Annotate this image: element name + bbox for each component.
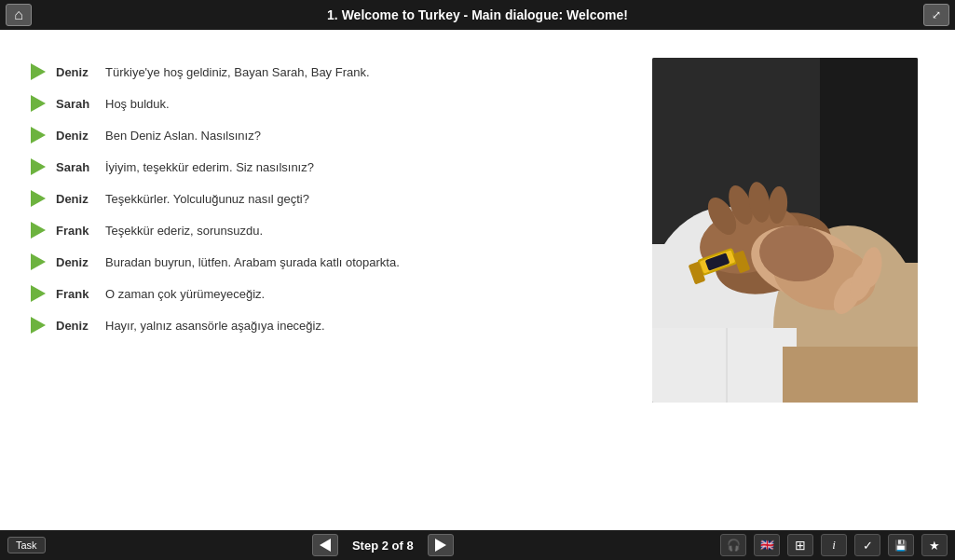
dialogue-row: FrankTeşekkür ederiz, sorunsuzdu. xyxy=(28,216,634,244)
speaker-name: Deniz xyxy=(56,255,98,269)
dialogue-text: Hoş bulduk. xyxy=(105,97,170,111)
dialogue-text: Teşekkürler. Yolculuğunuz nasıl geçti? xyxy=(105,192,309,206)
speaker-name: Deniz xyxy=(56,319,98,333)
play-button-0[interactable] xyxy=(28,61,48,82)
play-icon xyxy=(31,158,46,175)
handshake-image xyxy=(652,58,918,403)
play-icon xyxy=(31,317,46,334)
dialogue-text: İyiyim, teşekkür ederim. Siz nasılsınız? xyxy=(105,160,314,174)
step-indicator: Step 2 of 8 xyxy=(352,539,414,553)
previous-button[interactable] xyxy=(312,534,338,556)
flag-icon xyxy=(760,539,774,552)
speaker-name: Sarah xyxy=(56,160,98,174)
save-button[interactable] xyxy=(888,534,914,556)
speaker-name: Frank xyxy=(56,224,98,238)
speaker-name: Deniz xyxy=(56,65,98,79)
dialogue-row: DenizTeşekkürler. Yolculuğunuz nasıl geç… xyxy=(28,184,634,212)
play-icon xyxy=(31,127,46,143)
info-button[interactable] xyxy=(821,534,847,556)
headphones-icon xyxy=(727,539,741,552)
language-button[interactable] xyxy=(754,534,780,556)
page-title: 1. Welcome to Turkey - Main dialogue: We… xyxy=(327,7,628,22)
save-icon xyxy=(894,539,907,552)
grid-icon xyxy=(795,538,806,553)
dialogue-text: O zaman çok yürümeyeceğiz. xyxy=(105,287,265,301)
speaker-name: Frank xyxy=(56,287,98,301)
image-section xyxy=(652,48,927,512)
fullscreen-button[interactable]: ⤢ xyxy=(923,4,949,26)
play-icon xyxy=(31,222,46,239)
svg-rect-25 xyxy=(652,328,797,403)
play-button-2[interactable] xyxy=(28,125,48,145)
play-icon xyxy=(31,285,46,302)
dialogue-text: Hayır, yalnız asansörle aşağıya ineceğiz… xyxy=(105,319,325,333)
dialogue-section: DenizTürkiye'ye hoş geldiniz, Bayan Sara… xyxy=(28,48,634,512)
check-icon xyxy=(863,539,873,553)
play-button-3[interactable] xyxy=(28,157,48,177)
dialogue-row: SarahHoş bulduk. xyxy=(28,89,634,117)
speaker-name: Deniz xyxy=(56,192,98,206)
speaker-name: Sarah xyxy=(56,97,98,111)
info-icon xyxy=(832,538,836,553)
play-button-6[interactable] xyxy=(28,252,48,272)
grid-button[interactable] xyxy=(787,534,813,556)
play-button-7[interactable] xyxy=(28,283,48,304)
dialogue-text: Türkiye'ye hoş geldiniz, Bayan Sarah, Ba… xyxy=(105,65,370,79)
fullscreen-icon: ⤢ xyxy=(932,8,941,21)
play-icon xyxy=(31,95,46,112)
top-bar: ⌂ 1. Welcome to Turkey - Main dialogue: … xyxy=(0,0,955,30)
dialogue-row: DenizBen Deniz Aslan. Nasılsınız? xyxy=(28,121,634,149)
star-button[interactable] xyxy=(921,534,948,556)
bottom-bar: Task Step 2 of 8 xyxy=(0,530,955,560)
dialogue-text: Buradan buyrun, lütfen. Arabam şurada ka… xyxy=(105,255,400,269)
check-button[interactable] xyxy=(854,534,880,556)
speaker-name: Deniz xyxy=(56,129,98,143)
navigation-section: Step 2 of 8 xyxy=(312,534,454,556)
tools-section xyxy=(720,534,948,556)
dialogue-row: Sarahİyiyim, teşekkür ederim. Siz nasıls… xyxy=(28,153,634,181)
home-button[interactable]: ⌂ xyxy=(6,4,32,26)
play-button-4[interactable] xyxy=(28,188,48,209)
play-button-5[interactable] xyxy=(28,220,48,240)
dialogue-row: FrankO zaman çok yürümeyeceğiz. xyxy=(28,280,634,307)
task-button[interactable]: Task xyxy=(7,537,46,553)
dialogue-row: DenizTürkiye'ye hoş geldiniz, Bayan Sara… xyxy=(28,58,634,86)
svg-rect-27 xyxy=(783,347,918,403)
star-icon xyxy=(929,539,940,553)
main-content: DenizTürkiye'ye hoş geldiniz, Bayan Sara… xyxy=(0,30,955,530)
dialogue-text: Ben Deniz Aslan. Nasılsınız? xyxy=(105,129,261,143)
next-button[interactable] xyxy=(428,534,454,556)
play-icon xyxy=(31,190,46,207)
play-button-8[interactable] xyxy=(28,315,48,335)
dialogue-row: DenizBuradan buyrun, lütfen. Arabam şura… xyxy=(28,248,634,276)
dialogue-text: Teşekkür ederiz, sorunsuzdu. xyxy=(105,224,263,238)
home-icon: ⌂ xyxy=(14,7,23,23)
prev-arrow-icon xyxy=(320,539,331,552)
play-button-1[interactable] xyxy=(28,93,48,114)
headphones-button[interactable] xyxy=(720,534,746,556)
dialogue-row: DenizHayır, yalnız asansörle aşağıya ine… xyxy=(28,311,634,339)
play-icon xyxy=(31,63,46,80)
next-arrow-icon xyxy=(435,539,446,552)
play-icon xyxy=(31,253,46,270)
